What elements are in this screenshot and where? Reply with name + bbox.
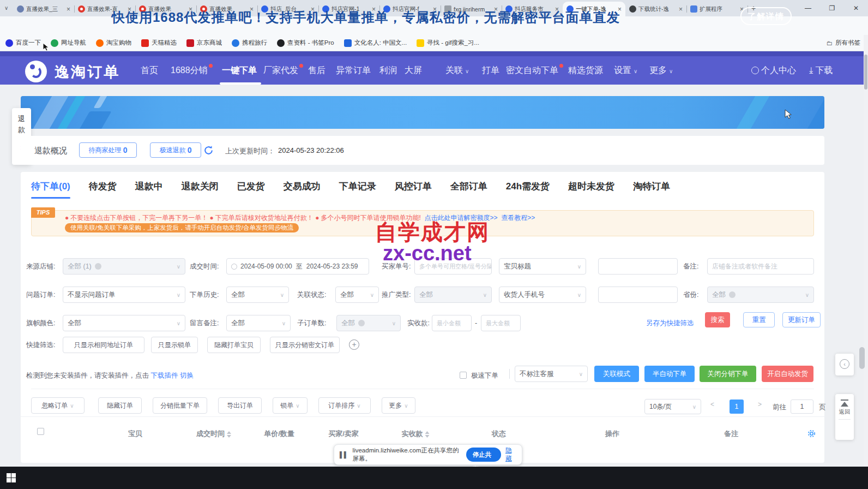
hide-printed-filter-button[interactable]: 隐藏打单宝贝 (207, 337, 261, 353)
start-button[interactable] (7, 473, 16, 482)
nav-item-print[interactable]: 打单 (482, 56, 499, 85)
column-settings-gear-icon[interactable] (807, 429, 816, 438)
nav-item-factory[interactable]: 厂家代发 (263, 56, 303, 85)
tab-refunding[interactable]: 退款中 (135, 180, 163, 193)
nav-item-cipher[interactable]: 密文自动下单 (506, 56, 563, 85)
tab-overdue[interactable]: 超时未发货 (568, 180, 614, 193)
refresh-icon[interactable] (203, 145, 214, 156)
order-history-select[interactable]: 全部∨ (226, 287, 289, 303)
tutorial-link[interactable]: 查看教程>> (501, 214, 535, 222)
back-to-top-widget[interactable]: 返回 (835, 394, 854, 440)
item-title-input[interactable] (598, 258, 678, 275)
source-shop-select[interactable]: 全部 (1)∨ (63, 258, 185, 275)
export-order-button[interactable]: 导出订单 (218, 397, 262, 414)
nav-download[interactable]: ⤓ 下载 (809, 56, 833, 85)
update-orders-button[interactable]: 更新订单 (782, 312, 821, 327)
page-size-select[interactable]: 10条/页∨ (644, 399, 701, 414)
stop-sharing-button[interactable]: 停止共享 (466, 448, 501, 462)
nav-item-aftersale[interactable]: 售后 (308, 56, 326, 85)
nav-item-one-key-order[interactable]: 一键下单 (222, 56, 257, 85)
bookmark[interactable]: 查资料 - 书签Pro (277, 39, 334, 47)
nav-item-more[interactable]: 更多∨ (649, 56, 673, 85)
suborder-count-select[interactable]: 全部∨ (336, 315, 401, 331)
tab-shipped[interactable]: 已发货 (237, 180, 265, 193)
nav-item-settings[interactable]: 设置∨ (614, 56, 637, 85)
hide-share-link[interactable]: 隐藏 (505, 446, 516, 463)
item-title-select[interactable]: 宝贝标题∨ (499, 258, 586, 275)
nav-item-relation[interactable]: 关联∨ (445, 56, 469, 85)
nav-item-profit[interactable]: 利润 (379, 56, 397, 85)
tab-success[interactable]: 交易成功 (284, 180, 321, 193)
sort-icon[interactable] (227, 431, 231, 438)
close-tab-icon[interactable]: × (679, 5, 683, 13)
col-deal-time[interactable]: 成交时间 (196, 429, 231, 439)
browser-tab[interactable]: 下载统计-逸× (625, 2, 686, 16)
promo-type-select[interactable]: 全部∨ (414, 287, 492, 303)
switch-link[interactable]: 切换 (180, 372, 194, 379)
close-tab-icon[interactable]: × (67, 5, 70, 13)
bookmark[interactable]: 淘宝购物 (96, 39, 131, 47)
current-page[interactable]: 1 (730, 399, 744, 414)
prev-page-icon[interactable]: < (710, 401, 714, 408)
tab-all-orders[interactable]: 全部订单 (450, 180, 487, 193)
close-button[interactable]: ✕ (844, 0, 868, 16)
remark-input[interactable]: 店铺备注或者软件备注 (707, 258, 814, 275)
bookmark[interactable]: 京东商城 (186, 39, 222, 47)
relation-status-select[interactable]: 全部∨ (335, 287, 379, 303)
nav-item-home[interactable]: 首页 (141, 56, 158, 85)
nav-item-1688[interactable]: 1688分销 (171, 56, 213, 85)
nav-item-abnormal[interactable]: 异常订单 (336, 56, 371, 85)
message-remark-select[interactable]: 全部∨ (226, 315, 291, 331)
tab-search-icon[interactable]: ∨ (4, 5, 8, 11)
quick-refund-button[interactable]: 极速退款 0 (150, 142, 201, 158)
bookmark[interactable]: 百度一下 (5, 39, 41, 47)
download-plugin-link[interactable]: 下载插件 (150, 372, 178, 379)
minimize-button[interactable]: — (796, 0, 820, 16)
reset-button[interactable]: 重置 (743, 312, 775, 327)
browser-tab[interactable]: 直播效果_三× (13, 2, 74, 16)
ignore-order-button[interactable]: 忽略订单∨ (31, 397, 85, 414)
deal-time-range[interactable]: 2024-05-09 00:00至2024-05-23 23:59 (226, 258, 369, 275)
nav-item-source[interactable]: 精选货源 (568, 56, 603, 85)
min-amount-input[interactable]: 最小金额 (432, 315, 472, 331)
tab-taote[interactable]: 淘特订单 (633, 180, 670, 193)
relation-mode-button[interactable]: 关联模式 (594, 366, 639, 382)
lock-order-button[interactable]: 锁单∨ (273, 397, 308, 414)
locked-only-filter-button[interactable]: 只显示锁单 (151, 337, 198, 353)
tab-24h-ship[interactable]: 24h需发货 (506, 180, 550, 193)
flag-color-select[interactable]: 全部∨ (63, 315, 185, 331)
next-page-icon[interactable]: > (758, 401, 762, 408)
semi-auto-order-button[interactable]: 半自动下单 (644, 366, 695, 382)
search-button[interactable]: 搜索 (705, 312, 730, 327)
save-quick-filter-link[interactable]: 另存为快捷筛选 (646, 319, 694, 328)
bookmark[interactable]: 文化名人: 中国文... (344, 39, 407, 47)
tab-order-history[interactable]: 下单记录 (339, 180, 376, 193)
receiver-phone-input[interactable] (598, 287, 678, 303)
close-distribution-button[interactable]: 关闭分销下单 (700, 366, 756, 382)
banner-detail-button[interactable]: 了解详情 (740, 7, 792, 25)
bookmark[interactable]: 寻找 - gif搜索_习... (417, 39, 479, 47)
maximize-button[interactable]: ❐ (820, 0, 844, 16)
receiver-phone-select[interactable]: 收货人手机号∨ (499, 287, 586, 303)
same-address-filter-button[interactable]: 只显示相同地址订单 (63, 337, 144, 353)
tab-pending-order[interactable]: 待下单(0) (31, 180, 70, 193)
nav-profile[interactable]: 个人中心 (751, 56, 796, 85)
scrollbar-track[interactable] (864, 35, 868, 467)
tab-to-ship[interactable]: 待发货 (89, 180, 117, 193)
page-jump-input[interactable]: 1 (791, 399, 813, 414)
bookmark[interactable]: 天猫精选 (141, 39, 177, 47)
order-sort-button[interactable]: 订单排序∨ (318, 397, 371, 414)
collapse-panel-button[interactable]: ‹ (835, 354, 854, 375)
auto-ship-button[interactable]: 开启自动发货 (762, 366, 813, 382)
nav-item-screen[interactable]: 大屏 (405, 56, 422, 85)
tab-refund-closed[interactable]: 退款关闭 (182, 180, 219, 193)
col-paid[interactable]: 实收款 (402, 429, 430, 439)
problem-order-select[interactable]: 不显示问题订单∨ (63, 287, 185, 303)
max-amount-input[interactable]: 最大金额 (481, 315, 521, 331)
province-select[interactable]: 全部∨ (707, 287, 814, 303)
bookmark[interactable]: 携程旅行 (232, 39, 267, 47)
more-button[interactable]: 更多∨ (382, 397, 415, 414)
inner-scrollbar-thumb[interactable] (859, 347, 865, 369)
speed-order-checkbox[interactable] (460, 372, 467, 379)
browser-tab[interactable]: 扩展程序× (686, 2, 748, 16)
